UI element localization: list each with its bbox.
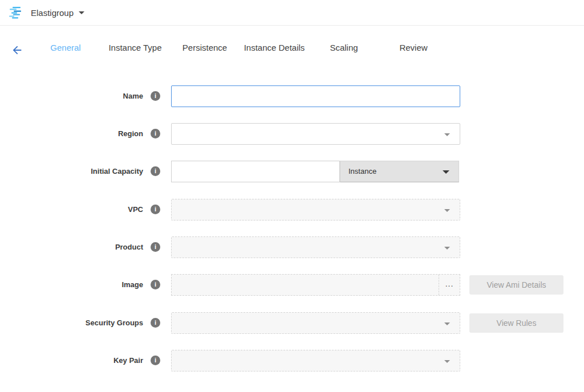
- chevron-down-icon: [444, 133, 450, 136]
- form-row-region: Region i: [0, 123, 584, 145]
- tab-instance-details-label: Instance Details: [244, 43, 305, 52]
- image-label: Image: [0, 274, 143, 296]
- vpc-select[interactable]: [171, 199, 460, 220]
- form-row-initial-capacity: Initial Capacity i Instance: [0, 161, 584, 182]
- app-title[interactable]: Elastigroup: [31, 8, 74, 18]
- initial-capacity-input[interactable]: [171, 161, 340, 182]
- image-input[interactable]: ...: [171, 274, 460, 296]
- initial-capacity-label: Initial Capacity: [0, 161, 143, 182]
- tab-general[interactable]: General: [31, 26, 100, 69]
- wizard-tabs: General Instance Type Persistence Instan…: [31, 26, 448, 69]
- tab-general-label: General: [50, 43, 80, 52]
- capacity-unit-value: Instance: [340, 161, 459, 182]
- form-row-vpc: VPC i: [0, 199, 584, 220]
- vpc-label: VPC: [0, 199, 143, 220]
- tab-instance-type-label: Instance Type: [108, 43, 161, 52]
- tab-instance-details[interactable]: Instance Details: [240, 26, 309, 69]
- form-row-security-groups: Security Groups i View Rules: [0, 312, 584, 334]
- tab-review[interactable]: Review: [379, 26, 448, 69]
- info-icon[interactable]: i: [151, 280, 160, 289]
- app-header: Elastigroup: [0, 0, 584, 26]
- chevron-down-icon: [444, 209, 450, 212]
- tab-instance-type[interactable]: Instance Type: [100, 26, 170, 69]
- product-select[interactable]: [171, 236, 460, 258]
- info-icon[interactable]: i: [151, 356, 160, 365]
- tab-scaling-label: Scaling: [330, 43, 358, 52]
- name-label: Name: [0, 85, 143, 107]
- region-select[interactable]: [171, 123, 460, 145]
- general-form: Name i Region i Initial Capacity i In: [0, 69, 584, 392]
- region-label: Region: [0, 123, 143, 145]
- info-icon[interactable]: i: [151, 129, 160, 138]
- image-browse-button[interactable]: ...: [439, 275, 460, 295]
- tab-review-label: Review: [399, 43, 427, 52]
- product-label: Product: [0, 236, 143, 258]
- key-pair-label: Key Pair: [0, 350, 143, 371]
- info-icon[interactable]: i: [151, 91, 160, 101]
- capacity-unit-select[interactable]: Instance: [340, 161, 459, 182]
- tab-persistence-label: Persistence: [182, 43, 227, 52]
- chevron-down-icon: [444, 247, 450, 250]
- key-pair-select[interactable]: [171, 350, 460, 371]
- chevron-down-icon: [444, 360, 450, 363]
- form-row-product: Product i: [0, 236, 584, 258]
- back-button[interactable]: [10, 43, 25, 58]
- view-ami-details-button[interactable]: View Ami Details: [469, 275, 563, 295]
- form-row-name: Name i: [0, 85, 584, 107]
- security-groups-select[interactable]: [171, 312, 460, 334]
- form-row-key-pair: Key Pair i: [0, 350, 584, 371]
- info-icon[interactable]: i: [151, 242, 160, 252]
- wizard-tabbar: General Instance Type Persistence Instan…: [0, 26, 584, 70]
- info-icon[interactable]: i: [151, 166, 160, 176]
- form-row-image: Image i ... View Ami Details: [0, 274, 584, 296]
- name-input[interactable]: [171, 85, 460, 107]
- back-arrow-icon: [11, 44, 23, 56]
- chevron-down-icon: [444, 322, 450, 325]
- tab-persistence[interactable]: Persistence: [170, 26, 240, 69]
- elastigroup-logo-icon: [9, 6, 24, 19]
- view-rules-button[interactable]: View Rules: [469, 313, 563, 333]
- page: Elastigroup General Instance Type Persis…: [0, 0, 584, 392]
- info-icon[interactable]: i: [151, 318, 160, 328]
- chevron-down-icon: [443, 170, 449, 174]
- security-groups-label: Security Groups: [0, 312, 143, 334]
- tab-scaling[interactable]: Scaling: [309, 26, 379, 69]
- chevron-down-icon[interactable]: [79, 11, 84, 14]
- info-icon[interactable]: i: [151, 205, 160, 214]
